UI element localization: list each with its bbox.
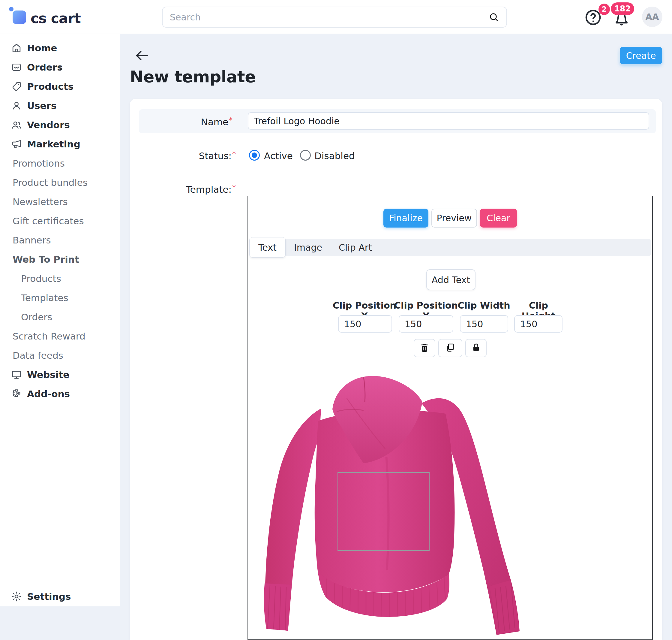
logo-dot — [9, 7, 14, 11]
finalize-button[interactable]: Finalize — [384, 209, 429, 228]
hoodie-product-image — [258, 373, 624, 640]
gear-icon — [11, 591, 22, 602]
clip-width-label: Clip Width — [457, 300, 511, 312]
sidebar-item-label: Newsletters — [13, 196, 68, 207]
sidebar-item-products[interactable]: Products — [0, 269, 120, 288]
sidebar-item-product-bundles[interactable]: Product bundles — [0, 173, 120, 192]
create-button[interactable]: Create — [620, 47, 662, 64]
trash-icon — [419, 343, 430, 354]
required-asterisk: * — [232, 184, 236, 192]
sidebar-item-label: Users — [27, 100, 56, 111]
required-asterisk: * — [232, 150, 236, 158]
orders-icon — [11, 61, 22, 73]
sidebar-item-label: Banners — [13, 235, 51, 246]
sidebar-item-vendors[interactable]: Vendors — [0, 115, 120, 134]
sidebar-item-label: Templates — [21, 292, 69, 303]
search-bar — [162, 6, 507, 28]
sidebar-item-website[interactable]: Website — [0, 365, 120, 384]
vendors-icon — [11, 119, 22, 131]
sidebar-item-label: Data feeds — [13, 350, 63, 361]
status-radio-active[interactable] — [249, 150, 260, 161]
clip-width-input[interactable] — [460, 315, 508, 333]
copy-icon — [445, 343, 456, 354]
sidebar-item-label: Add-ons — [27, 389, 70, 399]
clip-height-label: Clip Height — [511, 300, 566, 312]
sidebar-item-gift-certificates[interactable]: Gift certificates — [0, 211, 120, 231]
help-badge: 2 — [598, 4, 610, 15]
sidebar-item-settings[interactable]: Settings — [0, 587, 120, 606]
delete-button[interactable] — [414, 339, 435, 357]
search-icon[interactable] — [488, 12, 499, 23]
sidebar-item-label: Product bundles — [13, 177, 88, 188]
sidebar-item-promotions[interactable]: Promotions — [0, 154, 120, 173]
sidebar-item-scratch-reward[interactable]: Scratch Reward — [0, 326, 120, 346]
notifications-badge: 182 — [611, 2, 634, 15]
duplicate-button[interactable] — [438, 339, 462, 357]
clip-position-y-input[interactable] — [399, 315, 453, 333]
sidebar-item-label: Orders — [21, 311, 52, 322]
sidebar-item-label: Marketing — [27, 139, 80, 149]
status-label: Status:* — [168, 150, 236, 161]
lock-icon — [471, 343, 481, 354]
clip-position-x-input[interactable] — [338, 315, 392, 333]
users-icon — [11, 100, 22, 111]
sidebar-item-marketing[interactable]: Marketing — [0, 134, 120, 154]
name-field[interactable] — [248, 112, 649, 130]
sidebar-item-label: Settings — [27, 591, 71, 602]
required-asterisk: * — [229, 116, 233, 124]
sidebar-item-products[interactable]: Products — [0, 77, 120, 96]
sidebar-item-label: Home — [27, 43, 57, 54]
sidebar-item-add-ons[interactable]: Add-ons — [0, 384, 120, 404]
name-label: Name* — [168, 116, 233, 127]
sidebar-item-label: Promotions — [13, 158, 65, 169]
sidebar-item-newsletters[interactable]: Newsletters — [0, 192, 120, 211]
back-arrow-icon[interactable] — [134, 47, 150, 64]
clip-height-input[interactable] — [514, 315, 563, 333]
sidebar-item-data-feeds[interactable]: Data feeds — [0, 346, 120, 365]
status-option-label[interactable]: Active — [264, 150, 293, 161]
sidebar-item-users[interactable]: Users — [0, 96, 120, 115]
sidebar-item-label: Vendors — [27, 119, 70, 130]
home-icon — [11, 42, 22, 54]
logo-text[interactable]: cs cart — [31, 10, 81, 26]
clear-button[interactable]: Clear — [480, 209, 517, 228]
clip-area-handle[interactable] — [338, 472, 430, 551]
search-input[interactable] — [170, 12, 488, 23]
app-root: cs cart 2 182 AA HomeOrdersProductsUsers… — [0, 0, 672, 640]
status-option-label[interactable]: Disabled — [314, 150, 355, 161]
status-radio-disabled[interactable] — [300, 150, 311, 161]
sidebar-item-home[interactable]: Home — [0, 39, 120, 58]
page-title: New template — [130, 67, 256, 86]
addons-icon — [11, 388, 22, 399]
tab-text[interactable]: Text — [249, 237, 286, 258]
sidebar-item-templates[interactable]: Templates — [0, 288, 120, 307]
products-icon — [11, 81, 22, 92]
sidebar-item-label: Scratch Reward — [13, 331, 86, 341]
sidebar-item-orders[interactable]: Orders — [0, 58, 120, 77]
sidebar-item-orders[interactable]: Orders — [0, 307, 120, 326]
preview-button[interactable]: Preview — [431, 209, 477, 228]
logo-icon[interactable] — [13, 11, 26, 24]
tab-image[interactable]: Image — [286, 239, 331, 256]
tab-clip-art[interactable]: Clip Art — [331, 239, 380, 256]
sidebar-item-label: Gift certificates — [13, 216, 84, 226]
clip-position-y-label: Clip Position Y — [393, 300, 459, 312]
sidebar-item-label: Products — [27, 81, 74, 92]
clip-position-x-label: Clip Position X — [331, 300, 398, 312]
website-icon — [11, 369, 22, 380]
sidebar-item-label: Products — [21, 273, 61, 284]
sidebar-item-label: Web To Print — [13, 254, 79, 265]
sidebar-item-web-to-print[interactable]: Web To Print — [0, 250, 120, 269]
marketing-icon — [11, 139, 22, 150]
lock-button[interactable] — [465, 339, 487, 357]
avatar[interactable]: AA — [642, 6, 662, 27]
sidebar-item-label: Orders — [27, 62, 63, 73]
add-text-button[interactable]: Add Text — [426, 269, 476, 290]
sidebar-item-label: Website — [27, 369, 69, 380]
sidebar-item-banners[interactable]: Banners — [0, 231, 120, 250]
template-label: Template:* — [168, 184, 236, 195]
